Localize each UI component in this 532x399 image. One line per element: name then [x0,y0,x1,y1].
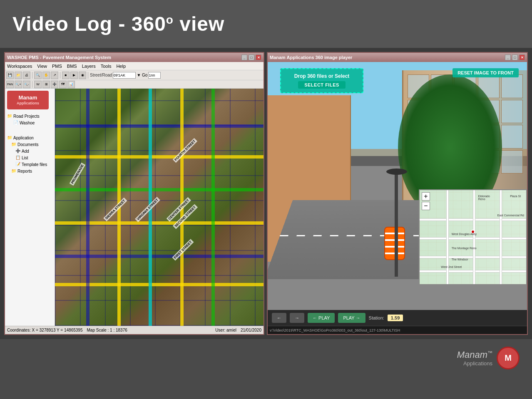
menu-workspaces[interactable]: Workspaces [7,64,32,69]
lamp-head [386,169,407,175]
tree-road-projects[interactable]: 📁 Road Projects [7,113,52,119]
toolbar-btn-3[interactable]: 🖨 [23,72,30,79]
road-input[interactable] [113,72,136,79]
tree-list[interactable]: 📋 List [7,154,52,161]
toolbar-label: Street/Road [90,73,112,77]
toolbar-btn-1[interactable]: 💾 [6,72,14,79]
toolbar-btn-select[interactable]: ↗ [51,72,58,79]
main-content: WASHOE PMS - Pavement Management System … [0,48,532,339]
tb2-btn-7[interactable]: 🗺 [59,81,67,88]
brand-logo: Manam™ Applications M [457,347,520,369]
tree-road-projects-label: Road Projects [13,114,40,119]
reset-image-button[interactable]: RESET IMAGE TO FRONT [452,68,519,77]
maximize-button[interactable]: □ [249,55,254,60]
tree-spacer [7,126,52,134]
left-window-title: WASHOE PMS - Pavement Management System [7,55,111,60]
tree-list-label: List [22,156,28,160]
folder-icon-app: 📁 [7,135,12,140]
filepath-text: v:\Video\2019\RTC_WASHOE\GoPro360\003_ou… [270,328,400,332]
tb2-sep [32,81,32,88]
right-close-button[interactable]: ✕ [519,55,525,60]
go-input[interactable] [148,72,161,79]
tree-documents-label: Documents [17,142,39,147]
bottom-area: Manam™ Applications M [0,339,532,381]
brand-name-area: Manam™ Applications [457,349,492,367]
status-date: 21/01/2020 [241,328,261,332]
toolbar-btn-zoom[interactable]: 🔍 [34,72,42,79]
tb2-btn-6[interactable]: ➕ [51,81,58,88]
select-files-button[interactable]: SELECT FILES [298,81,346,89]
sidebar-logo: Manam Applications [7,91,49,109]
menubar: Workspaces View PMS BMS Layers Tools Hel… [5,62,264,70]
play-back-button[interactable]: ← PLAY [308,313,335,323]
left-window: WASHOE PMS - Pavement Management System … [4,52,264,335]
menu-view[interactable]: View [37,64,47,69]
folder-icon: 📁 [7,114,12,119]
coord-x-label: Coordinates: X = [7,328,38,332]
tb2-btn-3[interactable]: 🔍- [23,81,30,88]
map-zoom-out-button[interactable]: − [422,202,430,210]
right-window-title: Manam Applications 360 image player [270,55,352,60]
mini-map[interactable]: EldoradoReno Plaza St East Commercial Rd… [419,189,527,285]
toolbar-btn-2[interactable]: 📁 [15,72,22,79]
drop-zone-text: Drop 360 files or Select [294,73,350,79]
tree-washoe[interactable]: 📄 Washoe [7,119,52,126]
mini-map-inner: EldoradoReno Plaza St East Commercial Rd… [420,190,526,284]
drop-zone[interactable]: Drop 360 files or Select SELECT FILES [280,68,363,93]
window-unit [501,150,523,174]
tree-washoe-label: Washoe [20,121,35,125]
playback-bar: ← → ← PLAY PLAY → Station: 1.59 [268,310,527,326]
tree-reports[interactable]: 📁 Reports [7,168,52,174]
window-unit [501,74,523,98]
statusbar: Coordinates: X = 3278913 Y = 14865395 Ma… [5,326,264,334]
tb2-btn-8[interactable]: 📊 [67,81,75,88]
menu-bms[interactable]: BMS [67,64,77,69]
toolbar-1: 💾 📁 🖨 🔍 ✋ ↗ ■ ▶ ◉ Street/Road ▼ Go [5,70,264,80]
tb2-btn-2[interactable]: 🔍+ [15,81,22,88]
tree-documents[interactable]: 📁 Documents [7,141,52,148]
left-sidebar: Manam Applications 📁 Road Projects 📄 Was… [5,89,55,326]
map-road-v-2 [473,190,475,284]
map-zoom-in-button[interactable]: + [422,192,430,201]
toolbar-2: PAN 🔍+ 🔍- W ⊞ ➕ 🗺 📊 [5,80,264,89]
status-scale: Map Scale : 1 : 18376 [87,328,127,332]
menu-layers[interactable]: Layers [82,64,96,69]
right-minimize-button[interactable]: _ [505,55,511,60]
window-unit [501,100,523,124]
menu-pms[interactable]: PMS [52,64,62,69]
tb2-btn-1[interactable]: PAN [6,81,14,88]
map-label-montage: The Montage Reno [452,247,477,250]
back-button[interactable]: ← [272,313,286,323]
logo-text: Manam Applications [17,94,39,105]
toolbar-btn-6[interactable]: ▶ [70,72,78,79]
toolbar-btn-7[interactable]: ◉ [79,72,86,79]
tree-add[interactable]: ➕ Add [7,148,52,154]
forward-small-button[interactable]: → [290,313,304,323]
menu-help[interactable]: Help [116,64,126,69]
street-lamp [395,173,398,277]
tree-application[interactable]: 📁 Application [7,134,52,141]
right-maximize-button[interactable]: □ [512,55,518,60]
street-v-5 [211,89,215,326]
map-label-eldorado: EldoradoReno [478,195,490,201]
toolbar-btn-5[interactable]: ■ [62,72,70,79]
tb2-btn-5[interactable]: ⊞ [42,81,50,88]
coord-y-label: Y = [57,328,63,332]
station-label: Station: [369,315,384,320]
folder-icon-docs: 📁 [11,142,16,147]
tb2-btn-4[interactable]: W [34,81,42,88]
menu-tools[interactable]: Tools [101,64,112,69]
play-forward-button[interactable]: PLAY → [338,313,365,323]
toolbar-btn-hand[interactable]: ✋ [42,72,50,79]
map-label-east-commercial: East Commercial Rd [497,214,524,217]
go-label: ▼ Go [137,73,147,77]
map-area[interactable]: FOURTH STREET SECOND STREET FIRST STREET… [55,89,264,326]
map-road-v-1 [446,190,449,284]
tree-template[interactable]: 📝 Template files [7,161,52,168]
close-button[interactable]: ✕ [256,55,261,60]
list-icon: 📋 [15,155,20,160]
status-user: User: amiel [215,328,236,332]
tree-reports-label: Reports [17,169,32,173]
page-title: Video Log - 360o view [12,12,224,35]
minimize-button[interactable]: _ [241,55,247,60]
